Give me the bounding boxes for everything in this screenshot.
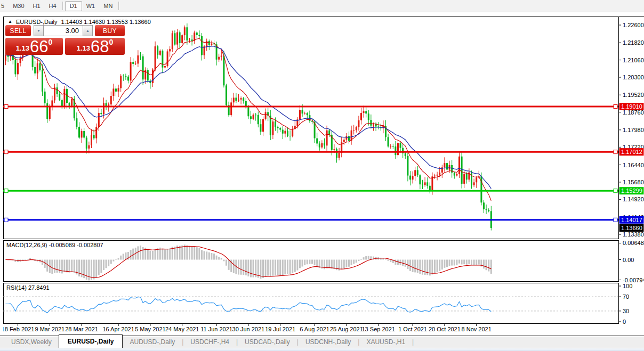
svg-text:25 Aug 2021: 25 Aug 2021 [330, 326, 363, 332]
chart-tab-usdcad-daily[interactable]: USDCAD-,Daily [238, 336, 297, 348]
toolbar-separator [62, 2, 63, 10]
time-axis: 18 Feb 20219 Mar 202128 Mar 202116 Apr 2… [3, 324, 492, 332]
sell-price-pips: 66 [30, 40, 48, 54]
svg-text:1.19520: 1.19520 [623, 92, 644, 98]
buy-price-main: 1.13 [77, 44, 90, 52]
svg-text:30 Jun 2021: 30 Jun 2021 [232, 326, 265, 332]
chart-title-bar: ▲ EURUSD-,Daily 1.14403 1.14630 1.13553 … [8, 19, 151, 25]
chart-tab-usdchf-h4[interactable]: USDCHF-,H4 [183, 336, 236, 348]
mt4-terminal-window: 5M30H1H4D1W1MN 1.226001.218201.210601.20… [0, 0, 644, 351]
svg-text:19 Jul 2021: 19 Jul 2021 [265, 326, 295, 332]
macd-axis: 0.0064850.00-0.007947 [618, 240, 644, 283]
svg-text:1.17980: 1.17980 [623, 127, 644, 133]
price-chart[interactable]: 1.226001.218201.210601.203001.195201.187… [3, 17, 644, 336]
chart-tab-xauusd-h1[interactable]: XAUUSD-,H1 [359, 336, 412, 348]
rsi-pane-frame [4, 283, 619, 324]
collapse-trade-panel-icon[interactable]: ▲ [8, 19, 12, 25]
buy-price-pipette: 0 [109, 38, 114, 46]
svg-text:1.19010: 1.19010 [621, 103, 642, 110]
svg-text:1.13380: 1.13380 [623, 231, 644, 238]
macd-label: MACD(12,26,9) -0.005089 -0.002807 [6, 242, 103, 248]
line-handle[interactable] [614, 189, 617, 193]
line-handle[interactable] [614, 105, 617, 109]
timeframe-button-w1[interactable]: W1 [82, 1, 100, 11]
timeframe-button-mn[interactable]: MN [99, 1, 117, 11]
chart-window: 1.226001.218201.210601.203001.195201.187… [3, 17, 644, 336]
status-strip [0, 348, 644, 351]
chart-tab-audusd-daily[interactable]: AUDUSD-,Daily [123, 336, 182, 348]
price-axis: 1.226001.218201.210601.203001.195201.187… [618, 22, 644, 238]
svg-text:28 Mar 2021: 28 Mar 2021 [65, 326, 98, 332]
sell-price-main: 1.13 [16, 44, 29, 52]
svg-text:1 Oct 2021: 1 Oct 2021 [398, 326, 427, 332]
timeframe-toolbar: 5M30H1H4D1W1MN [0, 0, 644, 12]
buy-price-pips: 68 [91, 40, 109, 54]
chart-tab-eurusd-daily[interactable]: EURUSD-,Daily [59, 334, 123, 348]
line-handle[interactable] [614, 218, 617, 222]
chart-tab-usdcnh-daily[interactable]: USDCNH-,Daily [299, 336, 358, 348]
line-handle[interactable] [614, 150, 617, 154]
svg-text:0: 0 [623, 319, 626, 325]
buy-price-panel[interactable]: 1.13 68 0 [65, 38, 125, 55]
sell-button[interactable]: SELL [5, 25, 31, 36]
buy-button[interactable]: BUY [95, 25, 125, 36]
chart-tab-usdx-weekly[interactable]: USDX,Weekly [4, 336, 59, 348]
tab-separator: | [412, 338, 414, 346]
chevron-down-icon: ▼ [37, 29, 41, 32]
svg-text:5 May 2021: 5 May 2021 [135, 326, 165, 332]
svg-text:11 Jun 2021: 11 Jun 2021 [200, 326, 232, 332]
line-handle[interactable] [4, 218, 8, 222]
line-handle[interactable] [4, 189, 8, 193]
svg-text:1.14017: 1.14017 [621, 217, 642, 223]
svg-text:1.21060: 1.21060 [623, 57, 644, 63]
rsi-label: RSI(14) 27.8491 [6, 284, 50, 291]
svg-text:1.20300: 1.20300 [623, 74, 644, 80]
chevron-up-icon: ▲ [86, 29, 90, 32]
sell-price-pipette: 0 [49, 38, 53, 46]
timeframe-button-h1[interactable]: H1 [29, 1, 45, 11]
timeframe-button-m30[interactable]: M30 [9, 1, 28, 11]
rsi-axis: 10070300 [618, 283, 632, 325]
svg-text:6 Aug 2021: 6 Aug 2021 [300, 326, 329, 332]
volume-input[interactable] [44, 25, 83, 36]
line-handle[interactable] [4, 105, 8, 109]
toolbar-separator [118, 2, 119, 10]
timeframe-button-5[interactable]: 5 [0, 1, 9, 11]
timeframe-button-h4[interactable]: H4 [45, 1, 61, 11]
svg-text:1.15299: 1.15299 [621, 187, 642, 194]
chart-tabs-bar: USDX,WeeklyEURUSD-,DailyAUDUSD-,Daily|US… [0, 336, 644, 348]
svg-text:9 Mar 2021: 9 Mar 2021 [35, 326, 65, 332]
trade-controls-row: SELL ▼ ▲ BUY [5, 25, 125, 36]
volume-decrease-button[interactable]: ▼ [34, 25, 44, 36]
current-price-value: 1.13660 [621, 225, 642, 231]
line-handle[interactable] [4, 150, 8, 154]
svg-text:30: 30 [623, 308, 629, 314]
svg-text:1.14920: 1.14920 [623, 196, 644, 202]
svg-text:1.17012: 1.17012 [621, 149, 642, 155]
svg-text:8 Nov 2021: 8 Nov 2021 [462, 326, 492, 332]
svg-text:1.22600: 1.22600 [623, 22, 644, 28]
sell-price-panel[interactable]: 1.13 66 0 [5, 38, 63, 55]
svg-text:24 May 2021: 24 May 2021 [165, 326, 199, 332]
svg-text:20 Oct 2021: 20 Oct 2021 [429, 326, 461, 332]
svg-text:-0.007947: -0.007947 [623, 277, 644, 283]
svg-text:1.15680: 1.15680 [623, 179, 644, 185]
svg-text:18 Feb 2021: 18 Feb 2021 [3, 326, 34, 332]
svg-text:1.16440: 1.16440 [623, 162, 644, 168]
timeframe-button-d1[interactable]: D1 [65, 1, 82, 11]
svg-text:13 Sep 2021: 13 Sep 2021 [362, 326, 395, 332]
chart-ohlc-values: 1.14403 1.14630 1.13553 1.13660 [61, 19, 151, 25]
svg-text:100: 100 [623, 283, 632, 289]
svg-text:0.006485: 0.006485 [623, 240, 644, 246]
chart-symbol-label: EURUSD-,Daily [16, 19, 58, 25]
volume-increase-button[interactable]: ▲ [83, 25, 93, 36]
svg-text:70: 70 [623, 293, 629, 300]
svg-text:0.00: 0.00 [623, 257, 634, 263]
svg-text:16 Apr 2021: 16 Apr 2021 [102, 326, 134, 332]
svg-text:1.21820: 1.21820 [623, 39, 644, 46]
